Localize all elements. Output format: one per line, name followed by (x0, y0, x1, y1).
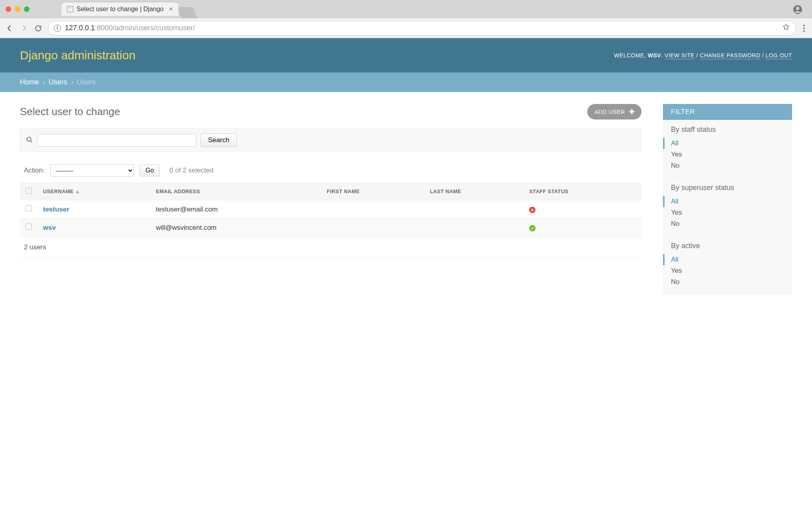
search-button[interactable]: Search (200, 133, 237, 147)
reload-button[interactable] (33, 23, 43, 33)
search-toolbar: Search (20, 128, 641, 152)
url-text: 127.0.0.1:8000/admin/users/customuser/ (65, 24, 195, 32)
tab-strip: Select user to change | Django × (0, 0, 812, 18)
page-favicon-icon (67, 6, 73, 12)
cell-last-name (424, 200, 524, 219)
filter-option[interactable]: Yes (671, 265, 784, 276)
filter-option[interactable]: All (663, 196, 784, 207)
search-input[interactable] (37, 134, 196, 147)
bookmark-icon[interactable] (782, 23, 790, 33)
paginator: 2 users (20, 237, 641, 258)
row-checkbox[interactable] (25, 205, 32, 211)
filter-option[interactable]: No (671, 276, 784, 288)
new-tab-button[interactable] (177, 7, 197, 18)
admin-header: Django administration WELCOME, WSV. VIEW… (0, 38, 812, 72)
browser-menu-icon[interactable] (801, 25, 807, 32)
filter-group-title: By superuser status (671, 184, 784, 192)
cell-first-name (321, 200, 424, 219)
browser-toolbar: i 127.0.0.1:8000/admin/users/customuser/ (0, 18, 812, 38)
add-user-button[interactable]: ADD USER ✚ (587, 104, 641, 119)
user-tools: WELCOME, WSV. VIEW SITE / CHANGE PASSWOR… (614, 52, 792, 59)
close-tab-icon[interactable]: × (169, 6, 173, 13)
sort-asc-icon: ▲ (75, 189, 80, 194)
minimize-window-icon[interactable] (15, 6, 20, 12)
view-site-link[interactable]: VIEW SITE (665, 52, 694, 59)
change-password-link[interactable]: CHANGE PASSWORD (700, 52, 760, 59)
breadcrumb-current: Users (77, 78, 96, 86)
close-window-icon[interactable] (6, 6, 11, 12)
current-user: WSV (648, 52, 661, 59)
breadcrumb-app[interactable]: Users (49, 78, 67, 86)
site-info-icon[interactable]: i (54, 25, 61, 32)
logout-link[interactable]: LOG OUT (765, 52, 792, 59)
search-icon (26, 136, 33, 145)
col-email[interactable]: EMAIL ADDRESS (150, 183, 321, 200)
page-title: Select user to change (20, 106, 120, 118)
maximize-window-icon[interactable] (24, 6, 29, 12)
filter-group-title: By active (671, 242, 784, 250)
filter-sidebar: FILTER By staff statusAllYesNoBy superus… (663, 104, 792, 294)
actions-row: Action: --------- Go 0 of 2 selected (20, 164, 641, 177)
go-button[interactable]: Go (139, 164, 160, 176)
filter-group: By superuser statusAllYesNo (663, 178, 792, 236)
filter-option[interactable]: Yes (671, 149, 784, 160)
svg-point-1 (796, 7, 799, 10)
col-staff[interactable]: STAFF STATUS (524, 183, 641, 200)
filter-option[interactable]: All (663, 138, 784, 149)
cell-email: testuser@email.com (150, 200, 321, 219)
breadcrumb: Home › Users › Users (0, 72, 812, 92)
welcome-text: WELCOME, (614, 52, 648, 59)
filter-group: By activeAllYesNo (663, 236, 792, 294)
cell-email: will@wsvincent.com (150, 219, 321, 237)
action-select[interactable]: --------- (50, 164, 134, 177)
cell-staff: ✓ (524, 219, 641, 237)
action-label: Action: (24, 166, 45, 174)
table-row: testusertestuser@email.com✕ (20, 200, 641, 219)
col-username[interactable]: USERNAME ▲ (37, 183, 150, 200)
filter-option[interactable]: Yes (671, 207, 784, 218)
filter-heading: FILTER (663, 104, 792, 120)
tab-title: Select user to change | Django (76, 6, 164, 13)
filter-option[interactable]: All (663, 254, 784, 265)
no-icon: ✕ (529, 207, 535, 213)
browser-tab[interactable]: Select user to change | Django × (61, 2, 178, 16)
cell-staff: ✕ (524, 200, 641, 219)
browser-chrome: Select user to change | Django × i 127.0… (0, 0, 812, 38)
filter-group-title: By staff status (671, 125, 784, 134)
site-branding[interactable]: Django administration (20, 49, 135, 62)
plus-icon: ✚ (629, 108, 635, 116)
selection-count: 0 of 2 selected (169, 166, 214, 174)
username-link[interactable]: wsv (43, 224, 56, 231)
col-last-name[interactable]: LAST NAME (424, 183, 524, 200)
breadcrumb-home[interactable]: Home (20, 78, 39, 86)
window-controls (6, 6, 29, 12)
result-table: USERNAME ▲ EMAIL ADDRESS FIRST NAME LAST… (20, 182, 641, 237)
filter-option[interactable]: No (671, 160, 784, 171)
table-row: wsvwill@wsvincent.com✓ (20, 219, 641, 237)
profile-icon[interactable] (793, 5, 802, 14)
cell-last-name (424, 219, 524, 237)
username-link[interactable]: testuser (43, 206, 69, 213)
col-first-name[interactable]: FIRST NAME (321, 183, 424, 200)
cell-first-name (321, 219, 424, 237)
row-checkbox[interactable] (25, 223, 32, 230)
select-all-checkbox[interactable] (25, 188, 32, 194)
yes-icon: ✓ (529, 225, 535, 231)
back-button[interactable] (5, 23, 14, 33)
forward-button[interactable] (19, 23, 29, 33)
filter-option[interactable]: No (671, 218, 784, 229)
filter-group: By staff statusAllYesNo (663, 120, 792, 178)
address-bar[interactable]: i 127.0.0.1:8000/admin/users/customuser/ (48, 21, 796, 36)
